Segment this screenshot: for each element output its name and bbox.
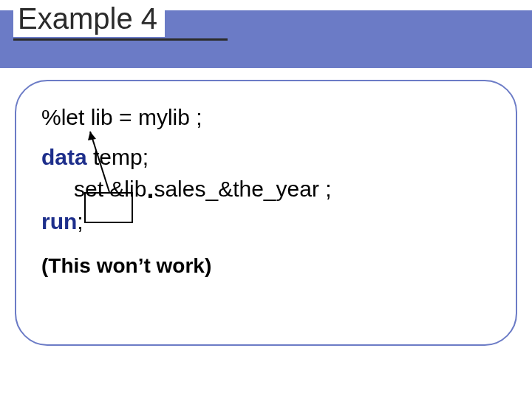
footnote: (This won’t work) xyxy=(41,253,499,279)
code-lib-ref: &lib xyxy=(109,177,146,201)
code-line-3-rest: sales_&the_year ; xyxy=(154,177,331,201)
title-underline xyxy=(13,38,228,41)
code-line-2-rest: temp; xyxy=(87,145,149,169)
code-line-4-rest: ; xyxy=(77,209,83,233)
code-line-1: %let lib = mylib ; xyxy=(41,103,499,132)
code-line-4: run; xyxy=(41,208,499,236)
code-block: %let lib = mylib ; data temp; set &lib.s… xyxy=(41,103,499,279)
slide: Example 4 %let lib = mylib ; data temp; … xyxy=(0,0,532,399)
code-period: . xyxy=(146,174,154,204)
keyword-run: run xyxy=(41,209,77,233)
code-line-3: set &lib.sales_&the_year ; xyxy=(41,175,499,203)
code-set: set xyxy=(74,177,109,201)
code-line-2: data temp; xyxy=(41,143,499,171)
slide-title: Example 4 xyxy=(13,1,165,37)
keyword-data: data xyxy=(41,145,87,169)
